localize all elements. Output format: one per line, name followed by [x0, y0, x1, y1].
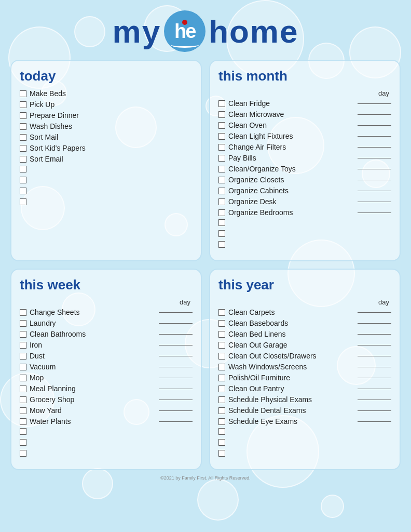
checkbox[interactable]: [218, 122, 225, 129]
list-item: Clean Bathrooms: [20, 330, 193, 338]
checkbox[interactable]: [218, 450, 225, 457]
checkbox[interactable]: [218, 428, 225, 435]
checkbox[interactable]: [20, 439, 26, 446]
checkbox[interactable]: [20, 112, 26, 119]
list-item: Water Plants: [20, 417, 193, 425]
checkbox[interactable]: [218, 375, 225, 381]
header-title: my he home: [10, 10, 401, 52]
today-title: today: [20, 68, 193, 84]
this-year-list: Clean Carpets Clean Baseboards Clean Bed…: [218, 308, 391, 457]
list-item: Clean Baseboards: [218, 319, 391, 327]
day-line: [159, 421, 193, 422]
checkbox[interactable]: [20, 90, 26, 97]
checkbox[interactable]: [218, 144, 225, 151]
checkbox[interactable]: [218, 100, 225, 107]
day-line: [159, 312, 193, 313]
checkbox[interactable]: [218, 342, 225, 349]
list-item-empty: [20, 188, 193, 194]
list-item-empty: [218, 428, 391, 435]
checkbox[interactable]: [218, 418, 225, 425]
day-line: [358, 345, 391, 345]
day-label: day: [180, 298, 190, 306]
list-item: Mow Yard: [20, 406, 193, 415]
list-item-empty: [20, 439, 193, 446]
checkbox[interactable]: [218, 166, 225, 172]
checkbox[interactable]: [218, 219, 225, 226]
list-item: Laundry: [20, 319, 193, 327]
checkbox[interactable]: [218, 353, 225, 360]
checkbox[interactable]: [20, 396, 26, 403]
checkbox[interactable]: [218, 407, 225, 414]
checkbox[interactable]: [218, 241, 225, 248]
checkbox[interactable]: [218, 439, 225, 446]
checkbox[interactable]: [218, 396, 225, 403]
checkbox[interactable]: [218, 198, 225, 205]
checkbox[interactable]: [20, 353, 26, 360]
checkbox[interactable]: [218, 111, 225, 118]
checkbox[interactable]: [218, 230, 225, 237]
list-item-empty: [20, 198, 193, 205]
list-item: Change Air Filters: [218, 143, 391, 151]
footer-text: ©2021 by Family First. All Rights Reserv…: [160, 475, 251, 481]
checkbox[interactable]: [20, 188, 26, 194]
list-item: Organize Desk: [218, 197, 391, 206]
list-item: Iron: [20, 341, 193, 349]
list-item: Meal Planning: [20, 384, 193, 393]
checkbox[interactable]: [20, 320, 26, 327]
day-line: [358, 180, 391, 180]
list-item: Clean Fridge: [218, 99, 391, 108]
this-week-card: this week day Change Sheets Laundry Clea…: [10, 269, 202, 470]
checkbox[interactable]: [20, 375, 26, 381]
checkbox[interactable]: [218, 209, 225, 216]
checkbox[interactable]: [20, 364, 26, 370]
list-item-empty: [20, 428, 193, 435]
checkbox[interactable]: [20, 156, 26, 163]
day-line: [159, 410, 193, 411]
checkbox[interactable]: [20, 123, 26, 130]
checkbox[interactable]: [218, 364, 225, 370]
checkbox[interactable]: [218, 177, 225, 183]
day-line: [358, 125, 391, 126]
page-content: my he home today Make Beds Pick Up Prepa: [0, 0, 411, 491]
list-item: Schedule Dental Exams: [218, 406, 391, 415]
checkbox[interactable]: [218, 188, 225, 194]
list-item: Pick Up: [20, 100, 193, 109]
checkbox[interactable]: [20, 145, 26, 152]
checkbox[interactable]: [218, 155, 225, 162]
checkbox[interactable]: [218, 133, 225, 140]
checkbox[interactable]: [20, 428, 26, 435]
checkbox[interactable]: [20, 101, 26, 108]
list-item: Schedule Eye Exams: [218, 417, 391, 425]
this-month-card: this month day Clean Fridge Clean Microw…: [209, 60, 401, 261]
day-line: [358, 191, 391, 191]
checkbox[interactable]: [20, 177, 26, 183]
checkbox[interactable]: [20, 418, 26, 425]
checkbox[interactable]: [20, 166, 26, 172]
list-item: Change Sheets: [20, 308, 193, 316]
day-line: [159, 367, 193, 367]
header-home: home: [209, 13, 298, 50]
checkbox[interactable]: [218, 320, 225, 327]
this-month-title: this month: [218, 68, 391, 84]
list-item-empty: [218, 230, 391, 237]
checkbox[interactable]: [20, 450, 26, 457]
checkbox[interactable]: [20, 198, 26, 205]
list-item: Schedule Physical Exams: [218, 395, 391, 404]
day-line: [358, 378, 391, 378]
checkbox[interactable]: [20, 407, 26, 414]
list-item: Dust: [20, 352, 193, 360]
checkbox[interactable]: [20, 331, 26, 338]
day-line: [358, 158, 391, 158]
list-item: Mop: [20, 374, 193, 382]
day-line: [358, 212, 391, 213]
checkbox[interactable]: [20, 342, 26, 349]
checkbox[interactable]: [218, 331, 225, 338]
checkbox[interactable]: [20, 134, 26, 141]
list-item: Sort Mail: [20, 133, 193, 141]
checkbox[interactable]: [20, 309, 26, 316]
checkbox[interactable]: [20, 385, 26, 392]
today-list: Make Beds Pick Up Prepare Dinner Wash Di…: [20, 89, 193, 205]
checkbox[interactable]: [218, 385, 225, 392]
list-item: Clean Bed Linens: [218, 330, 391, 338]
checkbox[interactable]: [218, 309, 225, 316]
